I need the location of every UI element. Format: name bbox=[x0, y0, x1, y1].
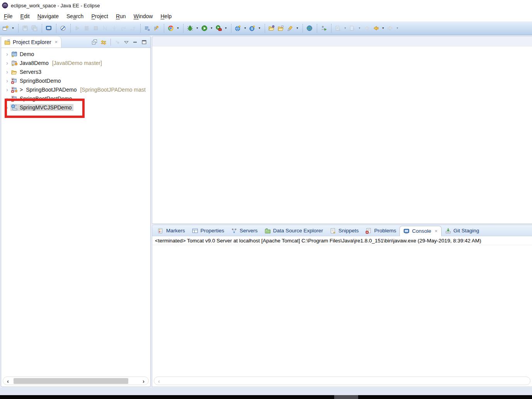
run-dropdown-icon[interactable]: ▾ bbox=[209, 23, 214, 33]
external-tools-dropdown-icon[interactable]: ▾ bbox=[223, 23, 228, 33]
open-console-icon bbox=[46, 25, 52, 31]
tab-label: Console bbox=[412, 228, 431, 234]
tree-item-springbootdemo[interactable]: ›MSpringBootDemo bbox=[1, 76, 150, 85]
scrollbar-track[interactable] bbox=[12, 378, 139, 384]
external-tools-button[interactable] bbox=[214, 23, 223, 33]
annotation-highlight-box bbox=[5, 99, 85, 118]
skip-all-breakpoints-button[interactable] bbox=[58, 23, 68, 33]
highlight-tool-button[interactable] bbox=[286, 23, 295, 33]
launch-ws-explorer-icon bbox=[153, 25, 160, 31]
open-resource-button[interactable] bbox=[276, 23, 286, 33]
scroll-left-icon[interactable]: ‹ bbox=[5, 378, 11, 384]
new-web-project-button[interactable] bbox=[233, 23, 243, 33]
step-over-button bbox=[119, 23, 128, 33]
menu-project[interactable]: Project bbox=[87, 12, 112, 20]
next-edit-location-button bbox=[333, 23, 343, 33]
status-bar bbox=[0, 388, 532, 395]
tree-item-springbootjpademo[interactable]: ›M>SpringBootJPADemo[SpringBootJPADemo m… bbox=[1, 85, 150, 94]
tab-git-staging[interactable]: Git Staging bbox=[442, 225, 483, 236]
close-icon[interactable]: × bbox=[55, 39, 58, 45]
open-browser-profile-button[interactable] bbox=[166, 23, 175, 33]
resume-icon bbox=[74, 25, 80, 31]
bottom-tab-bar: MarkersPropertiesServersData Source Expl… bbox=[152, 225, 532, 236]
taskbar-fragment bbox=[334, 395, 358, 399]
tab-properties[interactable]: Properties bbox=[189, 225, 228, 236]
tree-item-content[interactable]: Demo bbox=[10, 51, 36, 58]
menu-window[interactable]: Window bbox=[130, 12, 157, 20]
tab-project-explorer[interactable]: Project Explorer × bbox=[1, 36, 61, 48]
suspend-button bbox=[82, 23, 91, 33]
step-into-button bbox=[110, 23, 119, 33]
launch-ws-explorer-button[interactable] bbox=[152, 23, 161, 33]
open-web-browser-button[interactable] bbox=[305, 23, 314, 33]
external-tools-icon bbox=[216, 25, 222, 31]
tab-console[interactable]: Console× bbox=[399, 226, 441, 236]
open-console-button[interactable] bbox=[44, 23, 53, 33]
focus-on-active-task-button bbox=[113, 38, 122, 47]
menu-edit[interactable]: Edit bbox=[17, 12, 34, 20]
minimize-button[interactable] bbox=[131, 38, 139, 47]
console-hscrollbar[interactable]: ‹ bbox=[154, 377, 530, 385]
maximize-button[interactable] bbox=[140, 38, 148, 47]
tree-item-demo[interactable]: ›Demo bbox=[1, 49, 150, 58]
expand-chevron-icon[interactable]: › bbox=[4, 86, 10, 93]
toolbar-separator bbox=[262, 24, 265, 32]
menu-navigate[interactable]: Navigate bbox=[34, 12, 63, 20]
new-web-project-dropdown-icon[interactable]: ▾ bbox=[243, 23, 248, 33]
tree-item-content[interactable]: Servers3 bbox=[10, 68, 43, 75]
debug-button[interactable] bbox=[185, 23, 195, 33]
menu-run[interactable]: Run bbox=[112, 12, 130, 20]
expand-chevron-icon[interactable]: › bbox=[4, 77, 10, 84]
link-with-editor-button[interactable] bbox=[99, 38, 108, 47]
collapse-all-button[interactable] bbox=[90, 38, 99, 47]
close-icon[interactable]: × bbox=[435, 228, 438, 234]
toolbar-separator bbox=[68, 24, 71, 32]
scroll-left-icon[interactable]: ‹ bbox=[156, 378, 162, 384]
tab-label: Data Source Explorer bbox=[273, 228, 323, 234]
expand-chevron-icon[interactable]: › bbox=[4, 60, 10, 66]
tree-item-content[interactable]: Java8Demo bbox=[10, 60, 50, 66]
run-button[interactable] bbox=[200, 23, 209, 33]
menu-file[interactable]: File bbox=[0, 12, 17, 20]
maximize-icon bbox=[141, 39, 147, 45]
tree-item-content[interactable]: M>SpringBootJPADemo bbox=[10, 86, 78, 93]
import-resource-button[interactable] bbox=[267, 23, 276, 33]
expand-chevron-icon[interactable]: › bbox=[4, 51, 10, 57]
back-dropdown-icon[interactable]: ▾ bbox=[381, 23, 386, 33]
tab-snippets[interactable]: Snippets bbox=[326, 225, 362, 236]
toolbar-separator bbox=[329, 24, 331, 32]
tree-item-servers3[interactable]: ›Servers3 bbox=[1, 67, 150, 76]
servers-icon bbox=[231, 228, 237, 234]
show-execution-view-button[interactable] bbox=[143, 23, 152, 33]
highlight-tool-dropdown-icon[interactable]: ▾ bbox=[295, 23, 300, 33]
new-web-service-button[interactable]: S bbox=[248, 23, 257, 33]
new-web-service-dropdown-icon[interactable]: ▾ bbox=[257, 23, 262, 33]
new-wizard-dropdown-icon[interactable]: ▾ bbox=[10, 23, 15, 33]
scroll-right-icon[interactable]: › bbox=[141, 378, 146, 384]
tree-item-content[interactable]: MSpringBootDemo bbox=[10, 77, 63, 84]
back-button[interactable] bbox=[371, 23, 381, 33]
maven-project-icon: M bbox=[11, 78, 17, 84]
tree-item-java8demo[interactable]: ›Java8Demo[Java8Demo master] bbox=[1, 58, 150, 67]
project-explorer-hscrollbar[interactable]: ‹ › bbox=[3, 377, 149, 385]
scrollbar-thumb[interactable] bbox=[14, 378, 128, 384]
team-synchronize-button[interactable] bbox=[319, 23, 328, 33]
expand-chevron-icon[interactable]: › bbox=[4, 68, 10, 75]
skip-all-breakpoints-icon bbox=[60, 25, 66, 31]
menu-search[interactable]: Search bbox=[63, 12, 87, 20]
open-browser-profile-dropdown-icon[interactable]: ▾ bbox=[175, 23, 180, 33]
tab-problems[interactable]: Problems bbox=[362, 225, 399, 236]
open-browser-profile-icon bbox=[168, 25, 174, 31]
svg-text:M: M bbox=[12, 78, 14, 80]
tab-servers[interactable]: Servers bbox=[228, 225, 261, 236]
menu-help[interactable]: Help bbox=[156, 12, 175, 20]
toolbar-separator bbox=[181, 24, 184, 32]
tab-data-source-explorer[interactable]: Data Source Explorer bbox=[261, 225, 326, 236]
new-wizard-icon bbox=[3, 25, 9, 31]
tab-markers[interactable]: Markers bbox=[154, 225, 189, 236]
toolbar-separator bbox=[39, 24, 42, 32]
new-wizard-button[interactable] bbox=[1, 23, 10, 33]
debug-dropdown-icon[interactable]: ▾ bbox=[195, 23, 200, 33]
view-menu-button[interactable] bbox=[122, 38, 131, 47]
view-menu-icon bbox=[123, 39, 129, 45]
